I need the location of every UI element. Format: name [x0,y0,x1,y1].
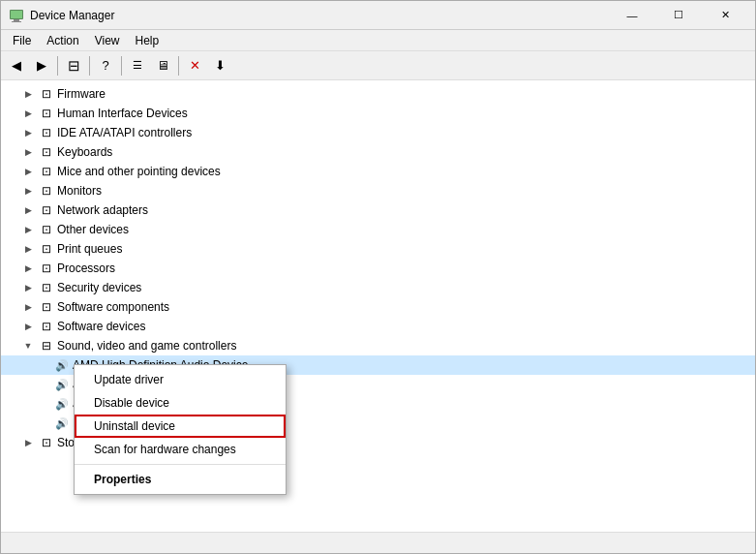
forward-button[interactable]: ▶ [30,54,53,77]
expand-monitors[interactable]: ▶ [20,183,36,199]
context-scan-hardware[interactable]: Scan for hardware changes [75,438,286,461]
label-sound: Sound, video and game controllers [57,339,236,353]
computer-button[interactable]: 🖥 [151,54,174,77]
expand-hid[interactable]: ▶ [20,106,36,121]
expand-software-comp[interactable]: ▶ [20,299,36,315]
label-print: Print queues [57,242,122,256]
context-uninstall-device[interactable]: Uninstall device [75,415,286,438]
context-disable-device[interactable]: Disable device [75,391,286,415]
icon-network: ⊡ [39,202,54,218]
expand-sound[interactable]: ▼ [20,338,36,354]
download-button[interactable]: ⬇ [208,54,231,77]
expand-jbl-hands [36,377,51,392]
expand-security[interactable]: ▶ [20,280,36,295]
expand-software-dev[interactable]: ▶ [20,319,36,334]
device-tree[interactable]: ▶ ⊡ Firmware ▶ ⊡ Human Interface Devices… [1,80,755,532]
tree-item-sound[interactable]: ▼ ⊟ Sound, video and game controllers [1,336,755,355]
icon-storage: ⊡ [39,435,54,450]
context-menu: Update driver Disable device Uninstall d… [74,364,287,495]
svg-rect-3 [11,11,22,18]
icon-processors: ⊡ [39,261,54,276]
device-manager-window: Device Manager — ☐ ✕ File Action View He… [0,0,756,554]
tree-item-network[interactable]: ▶ ⊡ Network adapters [1,200,755,220]
expand-firmware[interactable]: ▶ [20,86,36,102]
label-monitors: Monitors [57,184,102,198]
icon-firmware: ⊡ [39,86,54,102]
expand-print[interactable]: ▶ [20,241,36,257]
expand-ide[interactable]: ▶ [20,125,36,140]
icon-software-dev: ⊡ [39,319,54,334]
tree-item-ide[interactable]: ▶ ⊡ IDE ATA/ATAPI controllers [1,123,755,142]
context-properties[interactable]: Properties [75,468,286,491]
menu-view[interactable]: View [87,32,128,49]
tree-item-firmware[interactable]: ▶ ⊡ Firmware [1,84,755,104]
context-update-driver[interactable]: Update driver [75,368,286,391]
help-button[interactable]: ? [94,54,117,77]
label-other: Other devices [57,223,129,236]
label-software-comp: Software components [57,300,169,314]
expand-realtek [36,416,51,431]
icon-other: ⊡ [39,222,54,237]
title-bar: Device Manager — ☐ ✕ [1,1,755,30]
view-button[interactable]: ☰ [126,54,149,77]
collapse-button[interactable]: ⊟ [62,54,85,77]
minimize-button[interactable]: — [610,1,654,30]
toolbar-separator-4 [178,56,179,76]
window-controls: — ☐ ✕ [610,1,747,30]
icon-ide: ⊡ [39,125,54,140]
window-title: Device Manager [30,9,610,22]
icon-jbl-stereo: 🔊 [54,396,70,412]
expand-amd-audio [36,357,51,373]
label-ide: IDE ATA/ATAPI controllers [57,126,192,139]
toolbar-separator-3 [121,56,122,76]
menu-file[interactable]: File [5,32,39,49]
expand-network[interactable]: ▶ [20,202,36,218]
menu-help[interactable]: Help [128,32,167,49]
icon-print: ⊡ [39,241,54,257]
label-firmware: Firmware [57,87,106,101]
expand-other[interactable]: ▶ [20,222,36,237]
tree-item-security[interactable]: ▶ ⊡ Security devices [1,278,755,297]
main-content: ▶ ⊡ Firmware ▶ ⊡ Human Interface Devices… [1,80,755,532]
icon-jbl-hands: 🔊 [54,377,70,392]
toolbar-separator-1 [57,56,58,76]
label-keyboards: Keyboards [57,145,112,159]
tree-item-other[interactable]: ▶ ⊡ Other devices [1,220,755,239]
expand-jbl-stereo [36,396,51,412]
tree-item-processors[interactable]: ▶ ⊡ Processors [1,259,755,278]
icon-realtek: 🔊 [54,416,70,431]
remove-button[interactable]: ✕ [183,54,206,77]
toolbar-separator-2 [89,56,90,76]
tree-item-monitors[interactable]: ▶ ⊡ Monitors [1,181,755,200]
label-hid: Human Interface Devices [57,107,188,120]
svg-rect-2 [12,21,21,22]
expand-storage[interactable]: ▶ [20,435,36,450]
back-button[interactable]: ◀ [5,54,28,77]
tree-item-software-dev[interactable]: ▶ ⊡ Software devices [1,317,755,336]
icon-mice: ⊡ [39,164,54,179]
menu-bar: File Action View Help [1,30,755,51]
svg-rect-1 [14,19,19,21]
label-software-dev: Software devices [57,320,145,333]
maximize-button[interactable]: ☐ [656,1,701,30]
tree-item-mice[interactable]: ▶ ⊡ Mice and other pointing devices [1,162,755,181]
tree-item-keyboards[interactable]: ▶ ⊡ Keyboards [1,142,755,162]
expand-mice[interactable]: ▶ [20,164,36,179]
expand-processors[interactable]: ▶ [20,261,36,276]
icon-security: ⊡ [39,280,54,295]
icon-hid: ⊡ [39,106,54,121]
label-mice: Mice and other pointing devices [57,165,221,178]
label-security: Security devices [57,281,141,294]
toolbar: ◀ ▶ ⊟ ? ☰ 🖥 ✕ ⬇ [1,51,755,80]
icon-amd-audio: 🔊 [54,357,70,373]
label-processors: Processors [57,262,115,275]
tree-item-software-comp[interactable]: ▶ ⊡ Software components [1,297,755,317]
icon-monitors: ⊡ [39,183,54,199]
tree-item-print[interactable]: ▶ ⊡ Print queues [1,239,755,259]
expand-keyboards[interactable]: ▶ [20,144,36,160]
icon-software-comp: ⊡ [39,299,54,315]
menu-action[interactable]: Action [39,32,86,49]
close-button[interactable]: ✕ [703,1,747,30]
status-bar [1,532,755,553]
tree-item-hid[interactable]: ▶ ⊡ Human Interface Devices [1,104,755,123]
